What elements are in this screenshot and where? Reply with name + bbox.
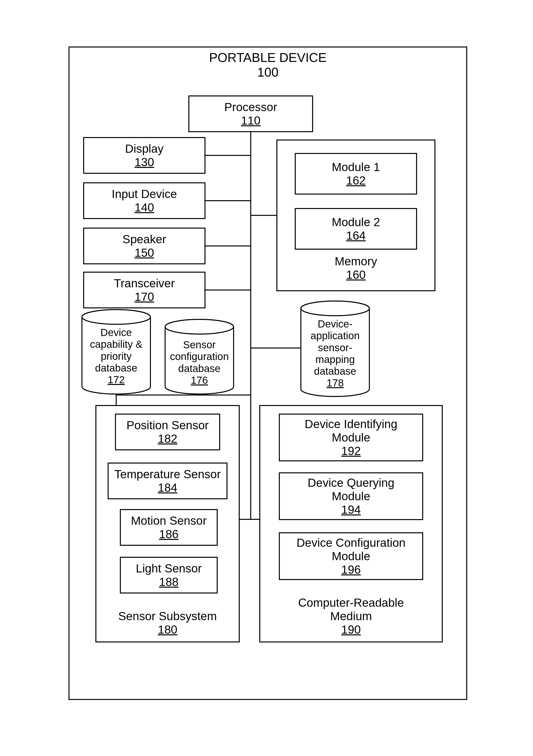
db3-cylinder: Device- application sensor- mapping data… — [300, 300, 370, 398]
speaker-label: Speaker — [122, 232, 166, 246]
outer-title-num: 100 — [257, 65, 279, 79]
transceiver-num: 170 — [135, 290, 154, 304]
devId-label2: Module — [332, 431, 370, 444]
display-label: Display — [125, 142, 164, 155]
light-sensor-box: Light Sensor 188 — [120, 557, 218, 593]
crm-label: Computer-Readable Medium 190 — [259, 596, 443, 636]
transceiver-label: Transceiver — [114, 277, 175, 290]
input-num: 140 — [135, 201, 154, 214]
devQ-label: Device Querying — [308, 476, 394, 490]
db3-text: Device- application sensor- mapping data… — [300, 318, 370, 389]
db1-l2: capability & — [90, 338, 142, 350]
bus-vertical — [250, 132, 251, 519]
db3-num: 178 — [327, 377, 344, 389]
motion-sensor-box: Motion Sensor 186 — [120, 509, 218, 546]
sensorSub-num: 180 — [158, 623, 177, 636]
db2-l2: configuration — [170, 351, 229, 362]
module2-label: Module 2 — [332, 215, 380, 229]
display-box: Display 130 — [83, 137, 206, 174]
db1-l4: database — [95, 362, 138, 374]
transceiver-box: Transceiver 170 — [83, 272, 206, 309]
processor-box: Processor 110 — [188, 95, 313, 132]
memory-label-text: Memory — [335, 255, 377, 268]
line-crm — [250, 519, 259, 520]
devCfg-label: Device Configuration — [296, 536, 406, 550]
crm-label2-text: Medium — [330, 610, 372, 623]
line-display — [206, 155, 251, 156]
motion-label: Motion Sensor — [131, 514, 207, 527]
line-db1-v — [116, 394, 117, 405]
line-sensor — [240, 519, 251, 520]
display-num: 130 — [135, 155, 154, 169]
db1-text: Device capability & priority database 17… — [81, 327, 152, 386]
module2-box: Module 2 164 — [295, 208, 417, 250]
dev-q-box: Device Querying Module 194 — [279, 472, 423, 520]
db3-l5: database — [314, 365, 356, 377]
devQ-num: 194 — [341, 503, 361, 516]
light-label: Light Sensor — [136, 562, 202, 575]
line-memory — [250, 215, 276, 216]
devCfg-num: 196 — [341, 563, 361, 576]
crm-num: 190 — [341, 623, 361, 636]
devId-num: 192 — [341, 444, 361, 458]
line-db1-h — [116, 394, 251, 395]
crm-label-text: Computer-Readable — [298, 596, 404, 609]
processor-label: Processor — [224, 100, 277, 114]
db2-num: 176 — [191, 374, 208, 386]
temperature-sensor-box: Temperature Sensor 184 — [108, 463, 227, 499]
db1-cylinder: Device capability & priority database 17… — [81, 309, 152, 395]
db1-num: 172 — [108, 374, 125, 386]
dev-cfg-box: Device Configuration Module 196 — [279, 532, 423, 580]
pos-label: Position Sensor — [126, 418, 209, 432]
dev-id-box: Device Identifying Module 192 — [279, 414, 423, 461]
memory-label: Memory 160 — [276, 255, 435, 282]
db2-text: Sensor configuration database 176 — [164, 339, 235, 386]
svg-point-3 — [165, 319, 234, 334]
db3-l3: sensor- — [318, 342, 352, 353]
diagram-canvas: PORTABLE DEVICE 100 Processor 110 Displa… — [0, 0, 533, 756]
module1-label: Module 1 — [332, 160, 380, 174]
db3-l4: mapping — [315, 354, 355, 365]
processor-num: 110 — [241, 114, 261, 127]
svg-point-1 — [82, 310, 150, 324]
devCfg-label2: Module — [332, 550, 370, 563]
db1-l3: priority — [101, 350, 132, 362]
module1-box: Module 1 162 — [295, 153, 417, 195]
db2-l3: database — [178, 363, 221, 374]
speaker-box: Speaker 150 — [83, 228, 206, 264]
sensorSub-label: Sensor Subsystem — [118, 610, 217, 623]
pos-num: 182 — [158, 432, 177, 446]
outer-title: PORTABLE DEVICE 100 — [68, 50, 467, 80]
line-db3 — [250, 347, 300, 348]
input-label: Input Device — [112, 187, 177, 201]
speaker-num: 150 — [135, 246, 154, 259]
db3-l2: application — [311, 330, 360, 341]
memory-num: 160 — [346, 268, 366, 281]
svg-point-5 — [301, 301, 369, 316]
db2-l1: Sensor — [183, 339, 216, 350]
position-sensor-box: Position Sensor 182 — [115, 414, 220, 450]
module1-num: 162 — [346, 174, 366, 187]
devQ-label2: Module — [332, 490, 370, 503]
input-box: Input Device 140 — [83, 182, 206, 219]
motion-num: 186 — [159, 527, 179, 541]
db3-l1: Device- — [318, 318, 352, 330]
temp-label: Temperature Sensor — [114, 468, 221, 481]
module2-num: 164 — [346, 229, 366, 242]
line-speaker — [206, 246, 251, 246]
line-input — [206, 200, 251, 201]
outer-title-text: PORTABLE DEVICE — [209, 50, 327, 65]
sensor-subsystem-label: Sensor Subsystem 180 — [95, 609, 240, 636]
db2-cylinder: Sensor configuration database 176 — [164, 318, 235, 395]
temp-num: 184 — [158, 481, 177, 494]
line-transceiver — [206, 289, 251, 290]
devId-label: Device Identifying — [305, 417, 397, 431]
db1-l1: Device — [101, 327, 132, 338]
light-num: 188 — [159, 575, 179, 589]
